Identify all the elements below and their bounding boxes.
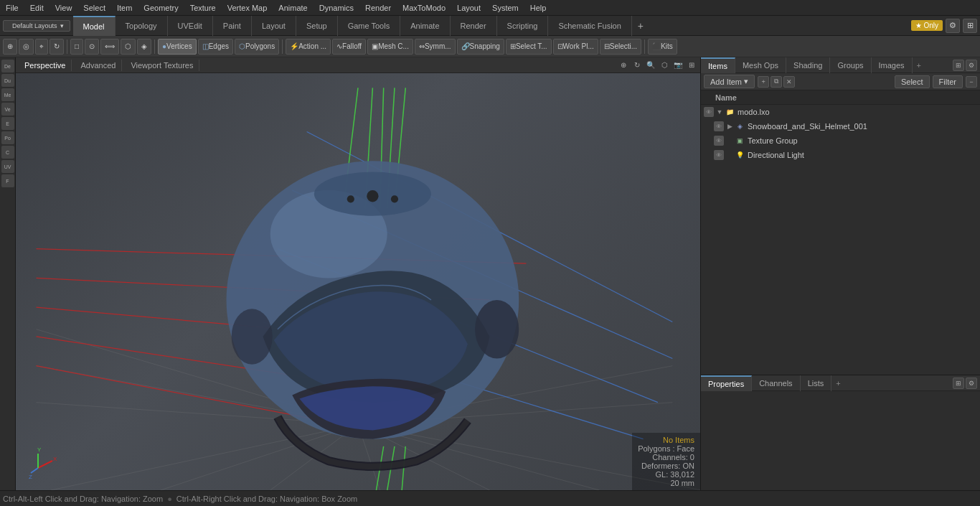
snap-btn[interactable]: ◈ — [137, 39, 151, 55]
sidebar-uv[interactable]: UV — [1, 160, 14, 173]
work-plane-btn[interactable]: ⊡ Work Pl... — [553, 39, 598, 55]
items-add-icon[interactable]: + — [758, 76, 769, 88]
props-tab-properties[interactable]: Properties — [701, 375, 752, 391]
items-tab-plus[interactable]: + — [913, 60, 925, 71]
menu-system[interactable]: System — [486, 2, 524, 14]
sidebar-ve[interactable]: Ve — [1, 103, 14, 116]
tab-paint[interactable]: Paint — [213, 16, 252, 36]
vp-tab-advanced[interactable]: Advanced — [75, 60, 122, 71]
layout-dropdown[interactable]: Default Layouts ▾ — [3, 20, 70, 32]
falloff-btn[interactable]: ∿ Falloff — [332, 39, 366, 55]
expand-btn-1[interactable]: ▼ — [715, 108, 724, 116]
list-item[interactable]: 👁 💡 Directional Light — [711, 148, 980, 162]
menu-dynamics[interactable]: Dynamics — [314, 2, 359, 14]
tab-animate[interactable]: Animate — [400, 16, 450, 36]
sidebar-f[interactable]: F — [1, 174, 14, 187]
props-settings-btn[interactable]: ⚙ — [966, 378, 977, 389]
action-btn[interactable]: ⚡ Action ... — [286, 39, 331, 55]
menu-geometry[interactable]: Geometry — [138, 2, 184, 14]
sidebar-po[interactable]: Po — [1, 131, 14, 144]
sidebar-me[interactable]: Me — [1, 88, 14, 101]
props-tab-lists[interactable]: Lists — [801, 375, 832, 391]
transform-btn[interactable]: ⌖ — [35, 39, 48, 55]
list-item[interactable]: 👁 ▣ Texture Group — [711, 133, 980, 148]
vp-frame-icon[interactable]: ⬡ — [659, 60, 670, 71]
snapping-btn[interactable]: 🔗 Snapping — [457, 39, 504, 55]
items-list[interactable]: 👁 ▼ 📁 modo.lxo 👁 ▶ ◈ Snowboard_and_Ski_H… — [701, 105, 980, 375]
tab-plus[interactable]: + — [632, 18, 649, 34]
vp-reset-icon[interactable]: ⊕ — [618, 60, 629, 71]
tab-layout[interactable]: Layout — [252, 16, 296, 36]
viewport-canvas[interactable]: X Y Z No Items Polygons : Face Channels:… — [16, 73, 700, 490]
vp-camera-icon[interactable]: 📷 — [672, 60, 684, 71]
menu-select[interactable]: Select — [77, 2, 111, 14]
items-settings-btn[interactable]: ⚙ — [966, 60, 977, 71]
menu-texture[interactable]: Texture — [184, 2, 222, 14]
vp-orbit-icon[interactable]: ↻ — [631, 60, 643, 71]
visibility-btn-3[interactable]: 👁 — [714, 136, 724, 146]
sidebar-e[interactable]: E — [1, 117, 14, 130]
vertices-btn[interactable]: ● Vertices — [158, 39, 197, 55]
list-item[interactable]: 👁 ▶ ◈ Snowboard_and_Ski_Helmet_001 — [711, 119, 980, 133]
props-expand-btn[interactable]: ⊞ — [953, 378, 964, 389]
visibility-btn-4[interactable]: 👁 — [714, 150, 724, 160]
select-tool-btn[interactable]: ⊞ Select T... — [506, 39, 552, 55]
mirror-btn[interactable]: ⬡ — [121, 39, 136, 55]
menu-layout[interactable]: Layout — [451, 2, 486, 14]
sidebar-de[interactable]: De — [1, 60, 14, 72]
expand-btn-2[interactable]: ▶ — [725, 123, 734, 130]
tab-game-tools[interactable]: Game Tools — [338, 16, 401, 36]
menu-render[interactable]: Render — [359, 2, 397, 14]
tab-render[interactable]: Render — [451, 16, 497, 36]
items-tab-mesh-ops[interactable]: Mesh Ops — [735, 57, 786, 73]
mesh-constraint-btn[interactable]: ▣ Mesh C... — [367, 39, 413, 55]
vp-tab-perspective[interactable]: Perspective — [19, 60, 72, 71]
selection-btn[interactable]: ⊟ Selecti... — [600, 39, 641, 55]
sidebar-c[interactable]: C — [1, 146, 14, 159]
tab-uvedit[interactable]: UVEdit — [168, 16, 213, 36]
edges-btn[interactable]: ◫ Edges — [198, 39, 233, 55]
menu-animate[interactable]: Animate — [273, 2, 313, 14]
menu-edit[interactable]: Edit — [24, 2, 50, 14]
add-item-button[interactable]: Add Item ▾ — [704, 75, 755, 88]
menu-vertex-map[interactable]: Vertex Map — [222, 2, 273, 14]
filter-button[interactable]: Filter — [933, 75, 963, 88]
items-tab-groups[interactable]: Groups — [830, 57, 871, 73]
menu-maxtomodo[interactable]: MaxToModo — [397, 2, 451, 14]
tab-topology[interactable]: Topology — [116, 16, 168, 36]
tab-schematic-fusion[interactable]: Schematic Fusion — [548, 16, 631, 36]
select-button[interactable]: Select — [895, 75, 930, 88]
items-tab-shading[interactable]: Shading — [786, 57, 830, 73]
visibility-btn-1[interactable]: 👁 — [704, 107, 714, 117]
layout-icon-2[interactable]: ⊞ — [963, 19, 977, 33]
polygons-btn[interactable]: ⬡ Polygons — [235, 39, 279, 55]
list-item[interactable]: 👁 ▼ 📁 modo.lxo — [701, 105, 980, 119]
scale-btn[interactable]: ⟺ — [100, 39, 119, 55]
viewport[interactable]: Perspective Advanced Viewport Textures ⊕… — [16, 57, 700, 490]
visibility-btn-2[interactable]: 👁 — [714, 121, 724, 131]
items-tab-images[interactable]: Images — [872, 57, 913, 73]
tab-model[interactable]: Model — [73, 16, 116, 36]
items-expand-btn[interactable]: ⊞ — [953, 60, 964, 71]
center-btn[interactable]: ◎ — [19, 39, 34, 55]
items-delete-icon[interactable]: ✕ — [783, 76, 795, 88]
select-box-btn[interactable]: □ — [70, 39, 83, 55]
items-minus-btn[interactable]: − — [966, 76, 977, 88]
vp-expand-icon[interactable]: ⊞ — [686, 60, 697, 71]
menu-file[interactable]: File — [0, 2, 24, 14]
props-tab-plus[interactable]: + — [831, 378, 844, 389]
menu-view[interactable]: View — [50, 2, 78, 14]
vp-tab-textures[interactable]: Viewport Textures — [125, 60, 199, 71]
star-only-btn[interactable]: ★ Only — [911, 20, 943, 31]
sidebar-dup[interactable]: Du — [1, 74, 14, 87]
tab-setup[interactable]: Setup — [296, 16, 338, 36]
menu-help[interactable]: Help — [524, 2, 552, 14]
symmetry-btn[interactable]: ⇔ Symm... — [415, 39, 456, 55]
rotate-tool-btn[interactable]: ↻ — [50, 39, 64, 55]
menu-item[interactable]: Item — [111, 2, 138, 14]
kits-btn[interactable]: ⬛ Kits — [648, 39, 677, 55]
props-tab-channels[interactable]: Channels — [752, 375, 800, 391]
tab-scripting[interactable]: Scripting — [497, 16, 549, 36]
layout-icon-1[interactable]: ⚙ — [946, 19, 960, 33]
items-copy-icon[interactable]: ⧉ — [771, 76, 782, 88]
